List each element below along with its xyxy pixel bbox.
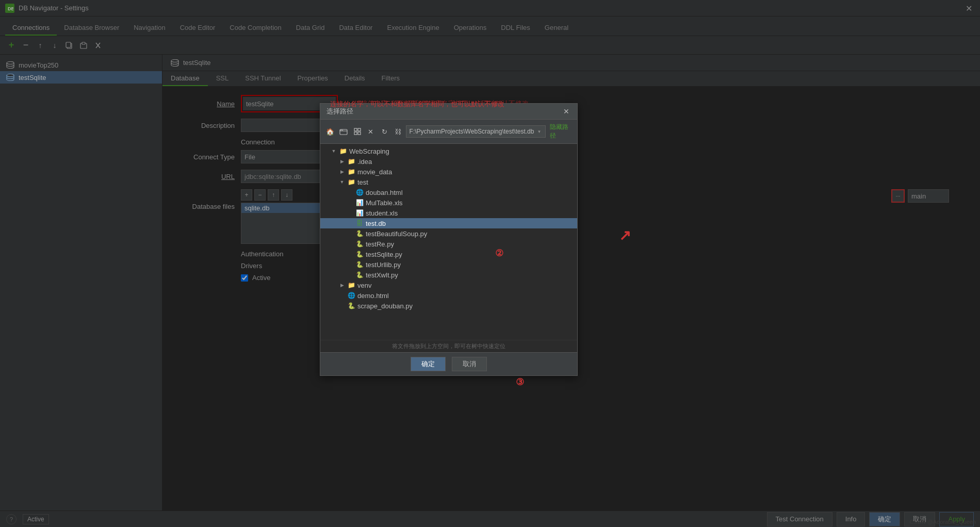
html-icon-douban: 🌐 <box>355 188 364 196</box>
annotation-1: 连接的名字，可以不和数据库名字相同，也可以默认不修改 <box>330 100 504 109</box>
db-icon-testdb: 🗄 <box>355 219 364 227</box>
tree-item-scrape-douban[interactable]: 🐍 scrape_douban.py <box>320 301 577 311</box>
expand-all-button[interactable] <box>352 125 363 138</box>
collapse-button[interactable]: ✕ <box>365 125 377 138</box>
file-tree: ▼ 📁 WebScraping ▶ 📁 .idea ▶ 📁 movie_data… <box>320 144 577 340</box>
tree-label-idea: .idea <box>357 158 372 166</box>
py-icon-scrape: 🐍 <box>347 302 355 310</box>
dialog-confirm-button[interactable]: 确定 <box>411 357 446 371</box>
tree-item-idea[interactable]: ▶ 📁 .idea <box>320 156 577 167</box>
annotation-2: ② <box>495 248 503 259</box>
tree-item-douban-html[interactable]: 🌐 douban.html <box>320 187 577 197</box>
expand-icon-test[interactable]: ▼ <box>339 179 345 185</box>
tree-item-movie-data[interactable]: ▶ 📁 movie_data <box>320 167 577 177</box>
tree-item-webscraping[interactable]: ▼ 📁 WebScraping <box>320 146 577 156</box>
path-dropdown-button[interactable]: ▼ <box>536 128 542 135</box>
svg-rect-10 <box>354 128 357 131</box>
dialog-toolbar: 🏠 ✕ ↻ ⛓ F:\PycharmProjects\WebScraping\t… <box>320 120 577 144</box>
tree-item-testurllib[interactable]: 🐍 testUrllib.py <box>320 259 577 270</box>
annotation-3: ③ <box>516 376 524 388</box>
py-icon-testre: 🐍 <box>355 240 364 248</box>
html-icon-demo: 🌐 <box>347 291 355 300</box>
home-button[interactable]: 🏠 <box>324 125 336 138</box>
tree-item-testsqlite[interactable]: 🐍 testSqlite.py <box>320 249 577 259</box>
folder-icon-movie-data: 📁 <box>347 168 355 176</box>
dialog-path-text: F:\PycharmProjects\WebScraping\test\test… <box>410 128 534 135</box>
dialog-path-bar: F:\PycharmProjects\WebScraping\test\test… <box>406 125 546 138</box>
tree-label-test: test <box>357 178 368 186</box>
py-icon-testurllib: 🐍 <box>355 260 364 269</box>
tree-label-venv: venv <box>357 282 371 289</box>
tree-label-webscraping: WebScraping <box>349 147 389 155</box>
folder-icon-test: 📁 <box>347 178 355 186</box>
folder-icon-idea: 📁 <box>347 157 355 166</box>
tree-label-douban-html: douban.html <box>366 189 403 196</box>
xls-icon-multable: 📊 <box>355 199 364 207</box>
expand-icon-venv[interactable]: ▶ <box>339 282 345 288</box>
tree-item-demo-html[interactable]: 🌐 demo.html <box>320 290 577 301</box>
tree-label-multable-xls: MulTable.xls <box>366 199 403 207</box>
tree-label-student-xls: student.xls <box>366 209 398 217</box>
tree-label-testre: testRe.py <box>366 240 394 248</box>
annotation-arrow: ↗ <box>619 227 631 244</box>
dialog-close-button[interactable]: ✕ <box>562 107 571 116</box>
new-folder-button[interactable] <box>338 125 349 138</box>
tree-label-scrape-douban: scrape_douban.py <box>357 302 413 310</box>
drop-hint: 将文件拖放到上方空间，即可在树中快速定位 <box>320 340 577 352</box>
py-icon-testxwlt: 🐍 <box>355 271 364 279</box>
refresh-button[interactable]: ↻ <box>379 125 390 138</box>
tree-label-testurllib: testUrllib.py <box>366 261 401 269</box>
folder-icon-webscraping: 📁 <box>339 147 347 155</box>
dialog-footer: 确定 取消 <box>320 352 577 375</box>
dialog-cancel-button[interactable]: 取消 <box>452 357 487 371</box>
py-icon-testbs: 🐍 <box>355 229 364 238</box>
tree-label-testxwlt: testXwlt.py <box>366 271 398 279</box>
svg-rect-11 <box>358 128 361 131</box>
tree-item-test[interactable]: ▼ 📁 test <box>320 177 577 187</box>
tree-item-testbeautifulsoup[interactable]: 🐍 testBeautifulSoup.py <box>320 228 577 239</box>
tree-item-student-xls[interactable]: 📊 student.xls <box>320 208 577 218</box>
tree-label-testsqlite: testSqlite.py <box>366 251 402 258</box>
svg-rect-13 <box>358 132 361 135</box>
tree-item-testxwlt[interactable]: 🐍 testXwlt.py <box>320 270 577 280</box>
expand-icon-webscraping[interactable]: ▼ <box>331 148 337 154</box>
tree-item-venv[interactable]: ▶ 📁 venv <box>320 280 577 290</box>
tree-label-movie-data: movie_data <box>357 168 392 176</box>
tree-item-multable-xls[interactable]: 📊 MulTable.xls <box>320 197 577 208</box>
tree-label-demo-html: demo.html <box>357 292 389 300</box>
folder-icon-venv: 📁 <box>347 281 355 289</box>
py-icon-testsqlite: 🐍 <box>355 250 364 258</box>
expand-icon-idea[interactable]: ▶ <box>339 158 345 164</box>
link-button[interactable]: ⛓ <box>392 125 403 138</box>
tree-label-testbeautifulsoup: testBeautifulSoup.py <box>366 230 427 238</box>
tree-item-test-db[interactable]: 🗄 test.db <box>320 218 577 228</box>
file-chooser-dialog: 选择路径 ✕ 🏠 ✕ ↻ ⛓ F:\PycharmProjects\WebScr… <box>320 103 578 376</box>
xls-icon-student: 📊 <box>355 209 364 217</box>
expand-icon-movie-data[interactable]: ▶ <box>339 169 345 175</box>
tree-label-test-db: test.db <box>366 220 386 227</box>
hide-path-button[interactable]: 隐藏路径 <box>550 123 573 140</box>
svg-rect-12 <box>354 132 357 135</box>
tree-item-testre[interactable]: 🐍 testRe.py <box>320 239 577 249</box>
